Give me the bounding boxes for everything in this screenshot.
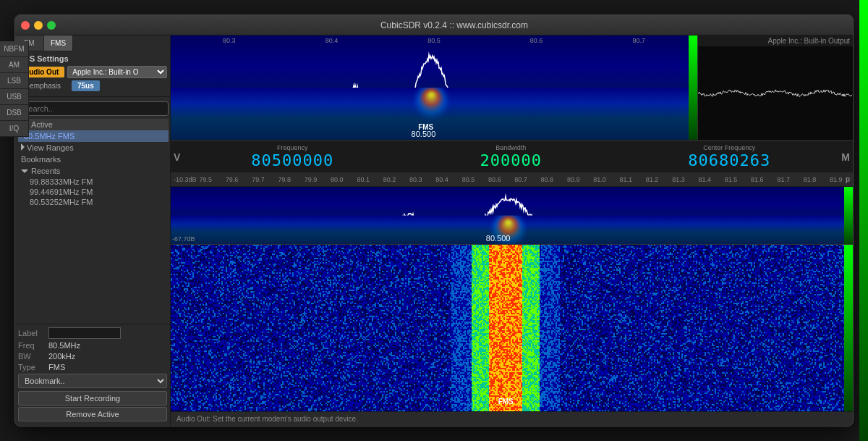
close-button[interactable] <box>21 21 30 30</box>
de-emphasis-value[interactable]: 75us <box>72 80 100 91</box>
search-input[interactable] <box>18 101 169 116</box>
freq-tick-0: 80.3 <box>223 37 236 44</box>
type-value: FMS <box>48 363 65 371</box>
audio-output-label: Apple Inc.: Built-in Output <box>698 35 853 46</box>
mode-fms[interactable]: FMS <box>44 35 73 51</box>
p-indicator: p <box>846 175 850 183</box>
label-input[interactable] <box>48 327 121 339</box>
freq-scale-inner: 79.5 79.6 79.7 79.8 79.9 80.0 80.1 80.2 … <box>200 176 843 183</box>
frequency-value[interactable]: 80500000 <box>251 151 333 169</box>
db-label-scale: -10.3dB <box>174 176 197 183</box>
bw-label: BW <box>18 352 44 361</box>
main-window: CubicSDR v0.2.4 :: www.cubicsdr.com FM F… <box>14 14 854 427</box>
right-content: 80.500 FMS 80.3 80.4 80.5 80.6 80.7 A <box>171 35 853 426</box>
scale-tick-810: 81.0 <box>593 176 606 183</box>
view-ranges-icon <box>21 143 25 151</box>
scale-tick-813: 81.3 <box>672 176 685 183</box>
center-freq-label: Center Frequency <box>703 144 755 151</box>
bw-row: BW 200kHz <box>18 352 167 361</box>
bw-value: 200kHz <box>48 352 75 361</box>
settings-title: FMS Settings <box>18 54 167 63</box>
scale-tick-815: 81.5 <box>725 176 738 183</box>
view-ranges-item[interactable]: View Ranges <box>18 142 169 154</box>
bookmarks-item[interactable]: Bookmarks <box>18 154 169 165</box>
bandwidth-box: Bandwidth 200000 <box>404 144 617 169</box>
freq-tick-2: 80.5 <box>427 37 441 44</box>
maximize-button[interactable] <box>47 21 56 30</box>
sidebar-bottom: Label Freq 80.5MHz BW 200kHz Type FMS Bo… <box>15 324 170 426</box>
status-bar: Audio Out: Set the current modem's audio… <box>171 411 853 426</box>
mode-iq[interactable]: I/Q <box>15 121 29 137</box>
label-row: Label <box>18 327 167 339</box>
freq-display-bar: V Frequency 80500000 Bandwidth 200000 Ce… <box>171 140 853 172</box>
fms-label-top: FMS <box>418 123 433 131</box>
scale-tick-800: 80.0 <box>331 176 344 183</box>
active-section-header[interactable]: Active <box>18 119 169 130</box>
main-content: FM FMS FMS Settings Audio Out Apple Inc.… <box>15 35 853 426</box>
scale-tick-808: 80.8 <box>541 176 554 183</box>
scale-tick-807: 80.7 <box>514 176 527 183</box>
audio-panel: Apple Inc.: Built-in Output <box>697 35 853 140</box>
spectrum-top: 80.500 FMS 80.3 80.4 80.5 80.6 80.7 A <box>171 35 853 140</box>
mode-nbfm[interactable]: NBFM <box>15 41 29 57</box>
scale-tick-795: 79.5 <box>200 176 213 183</box>
waterfall-bottom: -10.3dB 79.5 79.6 79.7 79.8 79.9 80.0 80… <box>171 172 853 411</box>
center-freq-box: Center Frequency 80680263 <box>623 144 835 169</box>
recent-item-2[interactable]: 80.53252MHz FM <box>18 197 169 207</box>
recent-item-1[interactable]: 99.44691MHz FM <box>18 187 169 197</box>
mode-am[interactable]: AM <box>15 57 29 73</box>
type-row: Type FMS <box>18 363 167 371</box>
freq-tick-1: 80.4 <box>326 37 339 44</box>
center-freq-label-2: 80.500 <box>486 234 511 243</box>
start-recording-button[interactable]: Start Recording <box>18 391 167 406</box>
minimize-button[interactable] <box>34 21 43 30</box>
mode-lsb[interactable]: LSB <box>15 73 29 89</box>
bandwidth-value[interactable]: 200000 <box>480 151 542 169</box>
scale-tick-799: 79.9 <box>305 176 318 183</box>
recents-section-label: Recents <box>31 167 60 175</box>
settings-panel: FMS Settings Audio Out Apple Inc.: Built… <box>15 51 170 97</box>
freq-tick-3: 80.6 <box>530 37 543 44</box>
spectrum2-level-bar <box>844 187 853 244</box>
active-section-label: Active <box>31 120 53 129</box>
bookmark-select[interactable]: Bookmark.. <box>18 374 167 388</box>
scale-tick-811: 81.1 <box>620 176 633 183</box>
mode-column: NBFM AM LSB USB DSB I/Q <box>15 41 29 137</box>
freq-row: Freq 80.5MHz <box>18 341 167 350</box>
status-text: Audio Out: Set the current modem's audio… <box>176 415 358 423</box>
m-indicator: M <box>841 151 850 163</box>
freq-scale: -10.3dB 79.5 79.6 79.7 79.8 79.9 80.0 80… <box>171 172 853 187</box>
remove-active-button[interactable]: Remove Active <box>18 407 167 421</box>
audio-waveform <box>698 46 853 140</box>
scale-tick-804: 80.4 <box>435 176 448 183</box>
recent-item-0[interactable]: 99.88333MHz FM <box>18 177 169 187</box>
audio-canvas <box>698 46 853 140</box>
level-bar <box>689 35 697 140</box>
bandwidth-label: Bandwidth <box>495 144 526 151</box>
de-emphasis-row: De-emphasis 75us <box>18 80 167 91</box>
spectrum-secondary[interactable]: 80.500 -67.7dB <box>171 187 853 245</box>
mode-dsb[interactable]: DSB <box>15 105 29 121</box>
titlebar: CubicSDR v0.2.4 :: www.cubicsdr.com <box>15 15 853 35</box>
mode-usb[interactable]: USB <box>15 89 29 105</box>
frequency-label: Frequency <box>277 144 308 151</box>
traffic-lights <box>21 21 56 30</box>
audio-out-select[interactable]: Apple Inc.: Built-in O <box>67 66 167 78</box>
scale-tick-798: 79.8 <box>278 176 291 183</box>
recents-section-header[interactable]: Recents <box>18 165 169 177</box>
waterfall-level-bar <box>844 245 853 411</box>
label-label: Label <box>18 329 44 337</box>
mode-buttons-row: FM FMS <box>15 35 170 51</box>
freq-ticks-top: 80.3 80.4 80.5 80.6 80.7 <box>171 37 697 44</box>
scale-tick-818: 81.8 <box>804 176 817 183</box>
type-label: Type <box>18 363 44 371</box>
fms-label-wf: FMS <box>498 398 514 406</box>
center-freq-value[interactable]: 80680263 <box>688 151 770 169</box>
spectrum-main[interactable]: 80.500 FMS 80.3 80.4 80.5 80.6 80.7 <box>171 35 697 140</box>
scale-tick-819: 81.9 <box>830 176 843 183</box>
scale-tick-814: 81.4 <box>698 176 711 183</box>
scale-tick-806: 80.6 <box>488 176 501 183</box>
spectrum-canvas <box>171 35 697 140</box>
waterfall-main[interactable]: FMS <box>171 245 853 411</box>
active-item[interactable]: 80.5MHz FMS <box>18 130 169 142</box>
